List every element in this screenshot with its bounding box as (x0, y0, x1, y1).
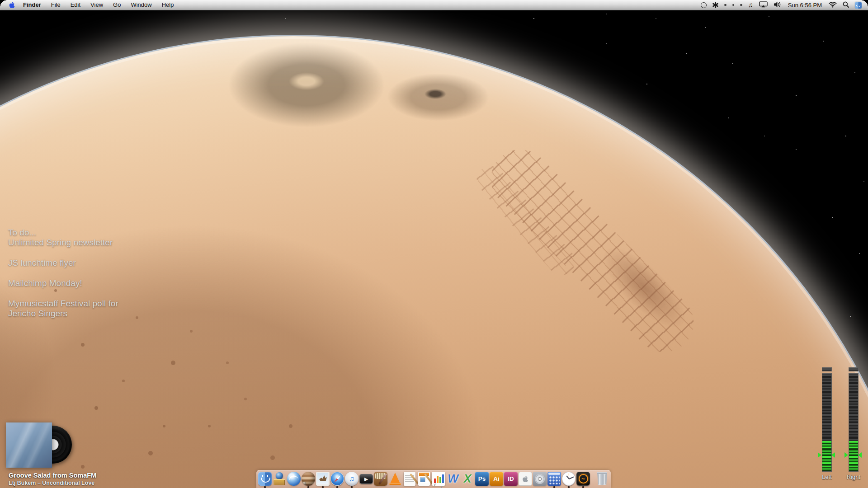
design-page-icon (418, 472, 430, 486)
meter-label-left: Left (822, 474, 832, 480)
clock-icon (562, 472, 576, 486)
dock-box-globe-app[interactable] (272, 471, 287, 486)
spotlight-search-icon[interactable] (843, 1, 849, 9)
dock-finder[interactable] (258, 471, 272, 486)
dock-trash[interactable] (595, 471, 609, 486)
dock-window-app[interactable] (547, 471, 561, 486)
screen-corner (862, 0, 868, 6)
menu-bar-status-items: ♫ Sun 6:56 PM (701, 0, 868, 9)
dock-disk-utility[interactable] (533, 471, 547, 486)
menu-bar: Finder File Edit View Go Window Help ♫ S… (0, 0, 868, 10)
todo-item: To do... Unlimited Spring newsletter (8, 228, 118, 248)
music-note-icon: ♫ (345, 472, 359, 486)
station-title: Groove Salad from SomaFM (9, 472, 96, 479)
illustrator-icon: Ai (490, 472, 503, 486)
circle-menu-icon[interactable] (701, 2, 707, 8)
desktop: To do... Unlimited Spring newsletter JS … (0, 0, 868, 488)
box-globe-icon (273, 472, 286, 486)
dock-photoshop[interactable]: Ps (475, 471, 489, 486)
meter-cap-right (849, 367, 859, 371)
dock-textedit[interactable] (402, 471, 417, 486)
dock-indesign[interactable]: ID (504, 471, 518, 486)
menu-view[interactable]: View (85, 0, 108, 10)
dock: ♫ ▶ W X Ps Ai ID ~ (256, 470, 611, 488)
music-note-icon[interactable]: ♫ (748, 0, 753, 9)
orange-wave-icon: ~ (576, 472, 590, 486)
meter-marker-icon[interactable] (818, 452, 821, 458)
dot-menu-icon[interactable] (732, 4, 735, 6)
wifi-icon[interactable] (829, 1, 837, 9)
level-meter-right[interactable] (849, 373, 859, 472)
dock-safari[interactable] (330, 471, 344, 486)
menu-finder[interactable]: Finder (18, 0, 46, 10)
finder-face-icon[interactable] (855, 2, 862, 9)
dock-apple-box-app[interactable] (518, 471, 533, 486)
todo-item: Mymusicstaff Festival poll for Jericho S… (8, 299, 118, 319)
dot-menu-icon[interactable] (740, 4, 742, 6)
globe-icon (287, 472, 301, 486)
dock-garageband[interactable] (373, 471, 388, 486)
now-playing-widget: Groove Salad from SomaFM Ltj Bukem – Unc… (6, 422, 142, 488)
meter-marker-icon[interactable] (831, 452, 835, 458)
level-meter-left[interactable] (822, 373, 832, 472)
photoshop-icon: Ps (475, 472, 489, 486)
dock-audio-broadcast-app[interactable]: ~ (576, 471, 590, 486)
traffic-cone-icon (388, 472, 402, 486)
dock-mail[interactable] (316, 471, 330, 486)
finder-icon (258, 472, 272, 486)
airplay-display-icon[interactable] (759, 1, 768, 9)
play-screen-icon: ▶ (359, 474, 373, 484)
dock-itunes[interactable]: ♫ (344, 471, 359, 486)
menu-file[interactable]: File (46, 0, 66, 10)
trash-icon (597, 472, 608, 485)
indesign-icon: ID (504, 472, 518, 486)
album-art (6, 422, 52, 468)
stamp-icon (316, 472, 330, 486)
dock-chart-app[interactable] (431, 471, 446, 486)
todo-item: Mailchimp Monday! (8, 278, 118, 288)
meter-label-right: Right (847, 474, 860, 480)
guitar-amp-icon (374, 472, 387, 486)
dock-clock-app[interactable] (561, 471, 576, 486)
excel-x-icon: X (461, 472, 474, 486)
dock-video-player[interactable]: ▶ (359, 471, 373, 486)
volume-icon[interactable] (774, 1, 781, 9)
word-w-icon: W (446, 472, 460, 486)
blue-window-icon (547, 472, 561, 486)
compass-icon (330, 472, 344, 486)
dock-vlc[interactable] (388, 471, 402, 486)
hard-drive-icon (533, 472, 547, 486)
menu-edit[interactable]: Edit (66, 0, 85, 10)
dock-illustrator[interactable]: Ai (489, 471, 504, 486)
bar-chart-icon (432, 472, 445, 486)
meter-cap-left (822, 367, 832, 371)
meter-marker-icon[interactable] (858, 452, 862, 458)
asterisk-menu-icon[interactable] (712, 2, 718, 8)
track-title: Ltj Bukem – Unconditional Love (9, 480, 94, 486)
apple-menu[interactable] (9, 1, 15, 9)
dock-planet-app[interactable] (301, 471, 316, 486)
planet-icon (302, 472, 315, 486)
dock-microsoft-excel[interactable]: X (460, 471, 475, 486)
dock-microsoft-word[interactable]: W (446, 471, 460, 486)
menu-go[interactable]: Go (108, 0, 126, 10)
screen-corner (0, 0, 6, 6)
menu-help[interactable]: Help (157, 0, 179, 10)
dock-google-earth[interactable] (287, 471, 301, 486)
audio-level-meters: Left Right (817, 366, 867, 486)
menu-window[interactable]: Window (126, 0, 156, 10)
page-pen-icon (404, 472, 415, 486)
dock-pages-document-app[interactable] (417, 471, 431, 486)
menu-bar-clock[interactable]: Sun 6:56 PM (787, 2, 823, 9)
apple-logo-box-icon (519, 472, 532, 486)
meter-marker-icon[interactable] (844, 452, 848, 458)
apple-logo-icon (9, 1, 15, 9)
todo-overlay: To do... Unlimited Spring newsletter JS … (8, 228, 118, 329)
todo-item: JS lunchtime flyer (8, 258, 118, 268)
dot-menu-icon[interactable] (724, 4, 726, 6)
